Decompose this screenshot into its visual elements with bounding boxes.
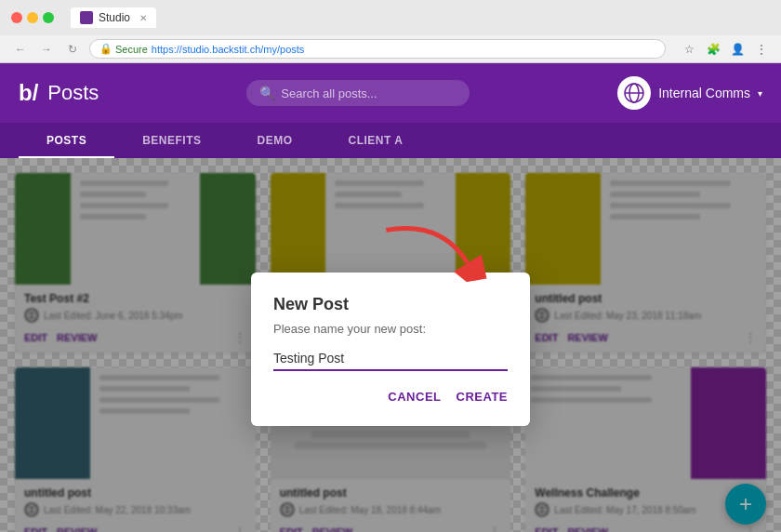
tab-benefits[interactable]: BENEFITS	[114, 123, 229, 158]
close-button[interactable]	[11, 12, 22, 23]
secure-badge: 🔒 Secure	[99, 43, 148, 55]
user-area[interactable]: Internal Comms ▾	[617, 76, 762, 110]
header-search: 🔍 Search all posts...	[99, 80, 617, 106]
toolbar-icons: ☆ 🧩 👤 ⋮	[681, 41, 770, 58]
modal-title: New Post	[273, 295, 508, 314]
user-avatar	[617, 76, 651, 110]
post-name-input[interactable]	[273, 347, 508, 371]
tab-navigation: POSTS BENEFITS DEMO CLIENT A	[0, 123, 781, 158]
minimize-button[interactable]	[27, 12, 38, 23]
page-title: Posts	[47, 81, 99, 105]
extensions-icon[interactable]: 🧩	[705, 41, 721, 58]
bookmark-icon[interactable]: ☆	[681, 41, 697, 58]
tab-posts[interactable]: POSTS	[19, 123, 114, 158]
tab-favicon	[80, 11, 93, 24]
browser-chrome: Studio ✕ ← → ↻ 🔒 Secure https://studio.b…	[0, 0, 781, 63]
account-icon[interactable]: 👤	[729, 41, 746, 58]
address-url: https://studio.backstit.ch/my/posts	[152, 44, 304, 55]
app-header: b/ Posts 🔍 Search all posts... Internal …	[0, 63, 781, 123]
cancel-button[interactable]: CANCEL	[388, 390, 441, 404]
main-content: Test Post #2 Last Edited: June 6, 2018 5…	[0, 158, 781, 532]
maximize-button[interactable]	[43, 12, 54, 23]
modal-subtitle: Please name your new post:	[273, 322, 508, 336]
create-button[interactable]: CREATE	[457, 390, 508, 404]
modal-overlay: New Post Please name your new post: CANC…	[0, 158, 781, 532]
menu-icon[interactable]: ⋮	[753, 41, 770, 58]
browser-addressbar: ← → ↻ 🔒 Secure https://studio.backstit.c…	[0, 35, 781, 62]
address-bar[interactable]: 🔒 Secure https://studio.backstit.ch/my/p…	[89, 39, 666, 59]
tab-title: Studio	[99, 11, 130, 24]
search-placeholder: Search all posts...	[281, 86, 377, 100]
forward-button[interactable]: →	[37, 40, 56, 59]
modal-actions: CANCEL CREATE	[273, 390, 508, 404]
browser-tab[interactable]: Studio ✕	[71, 7, 156, 28]
traffic-lights	[11, 12, 54, 23]
refresh-button[interactable]: ↻	[63, 40, 82, 59]
logo-area: b/ Posts	[19, 80, 99, 106]
browser-titlebar: Studio ✕	[0, 0, 781, 35]
user-dropdown-icon: ▾	[758, 88, 762, 99]
tab-demo[interactable]: DEMO	[230, 123, 321, 158]
back-button[interactable]: ←	[11, 40, 30, 59]
user-name: Internal Comms	[658, 86, 750, 100]
search-box[interactable]: 🔍 Search all posts...	[246, 80, 470, 106]
tab-close-icon[interactable]: ✕	[139, 13, 147, 23]
logo-icon: b/	[19, 80, 38, 106]
search-icon: 🔍	[259, 86, 275, 100]
tab-client-a[interactable]: CLIENT A	[321, 123, 431, 158]
